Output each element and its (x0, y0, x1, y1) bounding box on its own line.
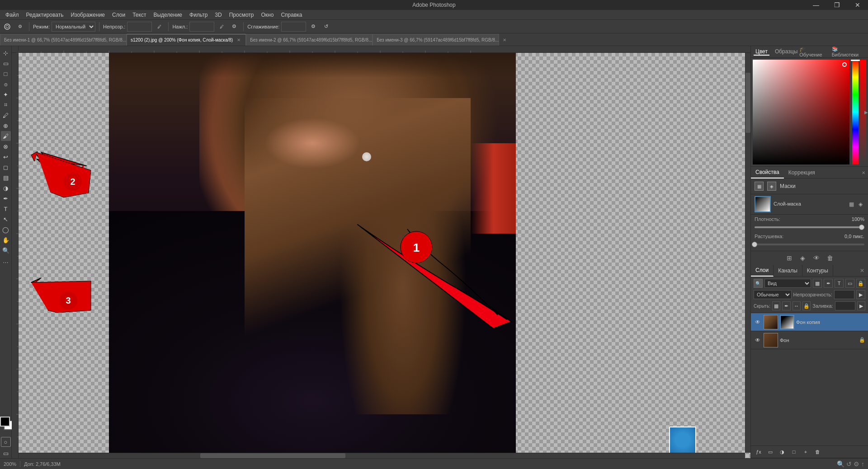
tool-artboard[interactable]: ▭ (1, 58, 11, 68)
mask-icon-1[interactable]: ▦ (847, 200, 855, 208)
menu-layers[interactable]: Слои (108, 10, 129, 20)
lock-btn1[interactable]: ▦ (772, 301, 780, 310)
tool-lasso[interactable]: ⌾ (1, 79, 11, 89)
density-handle[interactable] (859, 225, 864, 230)
tool-zoom[interactable]: 🔍 (1, 245, 11, 255)
tab-4-close[interactable]: ✕ (501, 37, 508, 43)
tab-2-close[interactable]: ✕ (236, 37, 242, 43)
canvas-viewport[interactable]: 1 2 3 (19, 53, 750, 458)
props-panel-close[interactable]: ✕ (862, 170, 865, 175)
layer-0-visibility[interactable]: 👁 (754, 318, 762, 326)
menu-file[interactable]: Файл (2, 10, 23, 20)
lock-btn4[interactable]: 🔒 (802, 301, 811, 310)
color-panel-expand[interactable]: ▶ (864, 110, 868, 115)
mask-btn-grid[interactable]: ⊞ (784, 253, 794, 263)
tool-screen-mode[interactable]: ▭ (1, 448, 11, 458)
menu-help[interactable]: Справка (277, 10, 306, 20)
blend-mode-select[interactable]: Нормальный (52, 22, 95, 32)
library-link[interactable]: 📚 Библиотеки (832, 46, 865, 57)
layer-fx-btn[interactable]: ƒx (754, 447, 764, 457)
layers-panel-close[interactable]: ✕ (856, 265, 868, 277)
menu-edit[interactable]: Редактировать (23, 10, 67, 20)
feather-handle[interactable] (752, 242, 757, 247)
tool-marquee[interactable]: □ (1, 69, 11, 79)
tool-brush[interactable]: 🖌 (1, 131, 11, 141)
menu-3d[interactable]: 3D (211, 10, 225, 20)
color-tab[interactable]: Цвет (754, 48, 769, 56)
layer-new-btn[interactable]: + (801, 447, 811, 457)
share-icon[interactable]: ↑ (861, 460, 864, 468)
mask-btn-eye[interactable]: 👁 (811, 253, 821, 263)
correction-tab[interactable]: Коррекция (784, 167, 820, 178)
tool-magic-wand[interactable]: ✦ (1, 89, 11, 99)
tool-move[interactable]: ⊹ (1, 48, 11, 58)
layer-mask-thumb[interactable] (755, 196, 771, 212)
vector-mask-icon[interactable]: ◈ (767, 182, 776, 191)
menu-image[interactable]: Изображение (67, 10, 108, 20)
blend-mode-layer-select[interactable]: Обычные (754, 290, 792, 299)
properties-tab[interactable]: Свойства (751, 167, 784, 178)
mask-icon-2[interactable]: ◈ (856, 200, 864, 208)
tool-gradient[interactable]: ▤ (1, 173, 11, 183)
tool-crop[interactable]: ⌗ (1, 100, 11, 110)
feather-slider[interactable] (755, 242, 864, 247)
restore-button[interactable]: ❐ (826, 0, 847, 10)
tool-hand[interactable]: ✋ (1, 235, 11, 245)
layer-opacity-input[interactable]: 100% (834, 290, 854, 299)
color-gradient-picker[interactable] (753, 60, 849, 164)
lock-btn3[interactable]: ↔ (793, 301, 801, 310)
layer-btn5[interactable]: 🔒 (856, 279, 865, 288)
lock-btn2[interactable]: ✒ (782, 301, 790, 310)
layer-btn4[interactable]: ▭ (845, 279, 854, 288)
layer-item-1[interactable]: 👁 Фон 🔒 (751, 331, 868, 349)
settings-icon[interactable]: ⚙ (854, 460, 859, 468)
vertical-scrollbar[interactable] (745, 53, 750, 453)
layers-tab[interactable]: Слои (751, 265, 774, 277)
close-button[interactable]: ✕ (847, 0, 868, 10)
tool-text[interactable]: T (1, 204, 11, 214)
menu-text[interactable]: Текст (129, 10, 150, 20)
angle-btn[interactable]: ↺ (321, 21, 331, 32)
layer-mask-btn[interactable]: ▭ (765, 447, 775, 457)
menu-view[interactable]: Просмотр (226, 10, 258, 20)
tab-3[interactable]: Без имени-2 @ 66,7% (59147ac489f6d15bf7f… (246, 34, 373, 46)
airbrush-btn[interactable]: ⚙ (229, 21, 240, 32)
density-slider[interactable] (755, 225, 864, 230)
flow-input[interactable]: 100% (189, 22, 214, 32)
layer-btn1[interactable]: ▦ (813, 279, 822, 288)
rotate-icon[interactable]: ↺ (846, 460, 852, 468)
tool-eyedropper[interactable]: 🖊 (1, 110, 11, 120)
layer-0-mask[interactable] (780, 315, 794, 329)
canvas-area[interactable]: 1 2 3 (12, 46, 750, 458)
magnifier-icon[interactable]: 🔍 (837, 460, 844, 468)
channels-tab[interactable]: Каналы (774, 265, 802, 277)
layer-adjustment-btn[interactable]: ◑ (777, 447, 787, 457)
layer-filter-icon[interactable]: 🔍 (754, 279, 763, 288)
mask-btn-delete[interactable]: 🗑 (825, 253, 835, 263)
opacity-input[interactable]: 100% (127, 22, 152, 32)
tool-dodge[interactable]: ◑ (1, 183, 11, 193)
brush-settings-btn[interactable]: ⚙ (14, 21, 25, 32)
hue-slider[interactable] (852, 60, 859, 164)
opacity-pressure-btn[interactable]: 🖊 (154, 21, 165, 32)
minimize-button[interactable]: — (806, 0, 826, 10)
horizontal-scrollbar[interactable] (19, 453, 745, 458)
tool-healing[interactable]: ⊕ (1, 121, 11, 131)
opacity-extra[interactable]: ▶ (856, 290, 865, 299)
tool-eraser[interactable]: ◻ (1, 162, 11, 172)
tool-pen[interactable]: ✒ (1, 193, 11, 203)
swatches-tab[interactable]: Образцы (773, 48, 799, 56)
tool-history[interactable]: ↩ (1, 152, 11, 162)
layer-item-0[interactable]: 👁 Фон копия (751, 313, 868, 331)
layer-btn2[interactable]: ✒ (824, 279, 833, 288)
pixel-mask-icon[interactable]: ▦ (755, 182, 764, 191)
tab-2[interactable]: s1200 (2).jpg @ 200% (Фон копия, Слой-ма… (127, 34, 246, 46)
layer-1-visibility[interactable]: 👁 (754, 336, 762, 344)
tool-clone[interactable]: ⊗ (1, 141, 11, 151)
foreground-color-swatch[interactable] (0, 417, 10, 427)
layer-group-btn[interactable]: □ (789, 447, 799, 457)
tool-extra[interactable]: … (1, 256, 11, 266)
smoothing-settings-btn[interactable]: ⚙ (308, 21, 319, 32)
flow-pressure-btn[interactable]: 🖊 (216, 21, 227, 32)
paths-tab[interactable]: Контуры (802, 265, 833, 277)
